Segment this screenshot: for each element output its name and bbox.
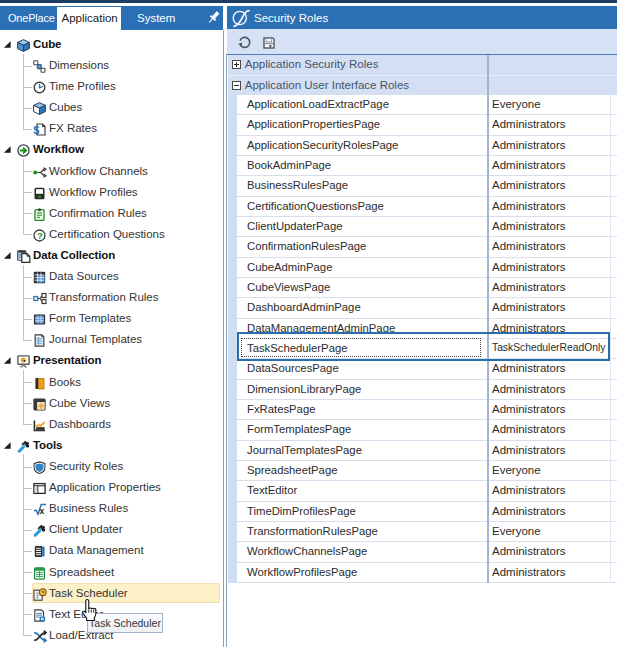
svg-text:?: ? (37, 230, 43, 241)
svg-text:x: x (40, 506, 45, 516)
svg-text:$: $ (33, 124, 39, 136)
